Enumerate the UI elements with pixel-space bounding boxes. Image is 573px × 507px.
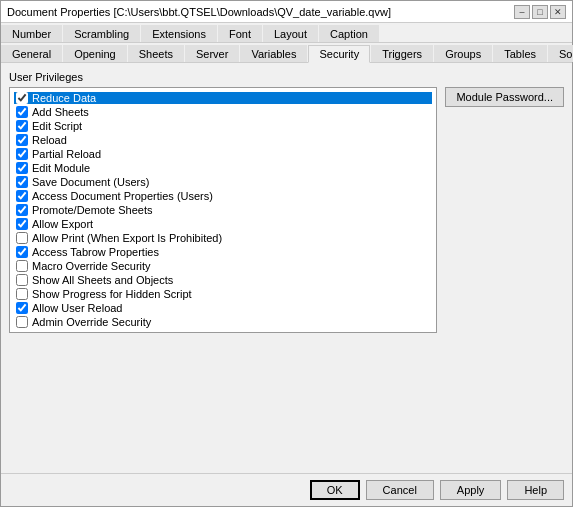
checkbox-item-show-all-sheets-objects: Show All Sheets and Objects [14,274,432,286]
checkbox-item-show-progress-hidden-script: Show Progress for Hidden Script [14,288,432,300]
checkbox-add-sheets[interactable] [16,106,28,118]
checkbox-promote-demote-sheets[interactable] [16,204,28,216]
tab-opening[interactable]: Opening [63,45,127,62]
checkbox-access-document-properties-users[interactable] [16,190,28,202]
checkbox-save-document-users[interactable] [16,176,28,188]
checkbox-item-edit-script: Edit Script [14,120,432,132]
window-controls: – □ ✕ [514,5,566,19]
apply-button[interactable]: Apply [440,480,502,500]
tab-extensions[interactable]: Extensions [141,25,217,42]
checkbox-reduce-data[interactable] [16,92,28,104]
checkbox-label-show-progress-hidden-script: Show Progress for Hidden Script [32,288,192,300]
checkbox-macro-override-security[interactable] [16,260,28,272]
title-bar: Document Properties [C:\Users\bbt.QTSEL\… [1,1,572,23]
tab-sort[interactable]: Sort [548,45,573,62]
window-title: Document Properties [C:\Users\bbt.QTSEL\… [7,6,391,18]
checkbox-label-allow-user-reload: Allow User Reload [32,302,122,314]
tab-triggers[interactable]: Triggers [371,45,433,62]
checkbox-label-reload: Reload [32,134,67,146]
checkbox-item-promote-demote-sheets: Promote/Demote Sheets [14,204,432,216]
content-area: User Privileges Reduce DataAdd SheetsEdi… [1,63,572,473]
checkbox-item-macro-override-security: Macro Override Security [14,260,432,272]
checkbox-label-macro-override-security: Macro Override Security [32,260,151,272]
checkbox-item-partial-reload: Partial Reload [14,148,432,160]
checkbox-item-add-sheets: Add Sheets [14,106,432,118]
maximize-button[interactable]: □ [532,5,548,19]
checkbox-label-reduce-data: Reduce Data [32,92,96,104]
checkbox-label-edit-script: Edit Script [32,120,82,132]
tab-sheets[interactable]: Sheets [128,45,184,62]
checkbox-label-access-document-properties-users: Access Document Properties (Users) [32,190,213,202]
cancel-button[interactable]: Cancel [366,480,434,500]
checkbox-label-admin-override-security: Admin Override Security [32,316,151,328]
bottom-bar: OKCancelApplyHelp [1,473,572,506]
checkbox-allow-export[interactable] [16,218,28,230]
tab-layout[interactable]: Layout [263,25,318,42]
tab-security[interactable]: Security [308,45,370,63]
checkbox-edit-module[interactable] [16,162,28,174]
checkbox-label-partial-reload: Partial Reload [32,148,101,160]
tab-scrambling[interactable]: Scrambling [63,25,140,42]
checkbox-item-reduce-data: Reduce Data [14,92,432,104]
checkbox-item-save-document-users: Save Document (Users) [14,176,432,188]
help-button[interactable]: Help [507,480,564,500]
tab-caption[interactable]: Caption [319,25,379,42]
checkbox-item-reload: Reload [14,134,432,146]
checkbox-show-progress-hidden-script[interactable] [16,288,28,300]
checkbox-allow-user-reload[interactable] [16,302,28,314]
ok-button[interactable]: OK [310,480,360,500]
tab-tables[interactable]: Tables [493,45,547,62]
privileges-row: User Privileges [9,71,564,87]
checkbox-label-allow-print: Allow Print (When Export Is Prohibited) [32,232,222,244]
main-window: Document Properties [C:\Users\bbt.QTSEL\… [0,0,573,507]
checkbox-edit-script[interactable] [16,120,28,132]
checkbox-access-tabrow-properties[interactable] [16,246,28,258]
close-button[interactable]: ✕ [550,5,566,19]
checkbox-label-edit-module: Edit Module [32,162,90,174]
checkbox-allow-print[interactable] [16,232,28,244]
checkbox-reload[interactable] [16,134,28,146]
tab-font[interactable]: Font [218,25,262,42]
tab-row-1: NumberScramblingExtensionsFontLayoutCapt… [1,23,572,43]
section-label: User Privileges [9,71,83,83]
checkbox-label-add-sheets: Add Sheets [32,106,89,118]
checkbox-item-allow-user-reload: Allow User Reload [14,302,432,314]
tab-server[interactable]: Server [185,45,239,62]
checkbox-label-access-tabrow-properties: Access Tabrow Properties [32,246,159,258]
checkbox-label-allow-export: Allow Export [32,218,93,230]
checkbox-item-access-tabrow-properties: Access Tabrow Properties [14,246,432,258]
checkbox-label-promote-demote-sheets: Promote/Demote Sheets [32,204,152,216]
tab-variables[interactable]: Variables [240,45,307,62]
checkbox-item-admin-override-security: Admin Override Security [14,316,432,328]
tab-general[interactable]: General [1,45,62,62]
checkbox-item-allow-export: Allow Export [14,218,432,230]
tab-row-2: GeneralOpeningSheetsServerVariablesSecur… [1,43,572,63]
checkbox-partial-reload[interactable] [16,148,28,160]
checkbox-label-show-all-sheets-objects: Show All Sheets and Objects [32,274,173,286]
tab-number[interactable]: Number [1,25,62,42]
checkbox-admin-override-security[interactable] [16,316,28,328]
module-password-button[interactable]: Module Password... [445,87,564,107]
checkbox-show-all-sheets-objects[interactable] [16,274,28,286]
checkbox-item-allow-print: Allow Print (When Export Is Prohibited) [14,232,432,244]
checkbox-label-save-document-users: Save Document (Users) [32,176,149,188]
privileges-box: Reduce DataAdd SheetsEdit ScriptReloadPa… [9,87,437,333]
tab-groups[interactable]: Groups [434,45,492,62]
checkbox-item-access-document-properties-users: Access Document Properties (Users) [14,190,432,202]
checkbox-item-edit-module: Edit Module [14,162,432,174]
minimize-button[interactable]: – [514,5,530,19]
